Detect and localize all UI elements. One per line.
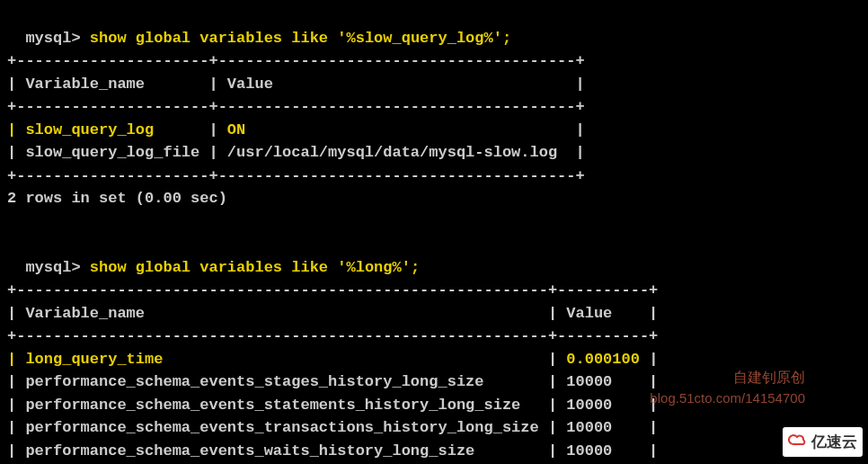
brand-name: 亿速云 bbox=[811, 431, 857, 454]
sql-command: show global variables like '%slow_query_… bbox=[90, 30, 511, 47]
mysql-prompt: mysql> bbox=[25, 259, 89, 276]
table-border: +---------------------+-----------------… bbox=[7, 95, 861, 119]
watermark-text: 自建钊原创 bbox=[733, 367, 805, 388]
command-line-2[interactable]: mysql> show global variables like '%long… bbox=[7, 233, 861, 279]
result-status: 2 rows in set (0.00 sec) bbox=[7, 187, 861, 210]
sql-command: show global variables like '%long%'; bbox=[90, 259, 420, 276]
table-row: | slow_query_log | ON | bbox=[7, 119, 861, 142]
table-header: | Variable_name | Value | bbox=[7, 302, 861, 326]
table-row: | performance_schema_events_waits_histor… bbox=[7, 440, 861, 463]
blank-line bbox=[7, 210, 861, 234]
command-line-1[interactable]: mysql> show global variables like '%slow… bbox=[7, 4, 861, 49]
table-border: +---------------------+-----------------… bbox=[7, 165, 861, 188]
table-row: | slow_query_log_file | /usr/local/mysql… bbox=[7, 141, 861, 165]
table-border: +---------------------------------------… bbox=[7, 279, 861, 302]
table-border: +---------------------+-----------------… bbox=[7, 49, 861, 73]
table-header: | Variable_name | Value | bbox=[7, 73, 861, 96]
variable-value: ON bbox=[227, 121, 576, 138]
table-border: +---------------------------------------… bbox=[7, 325, 861, 348]
variable-name: | slow_query_log bbox=[7, 121, 208, 138]
mysql-prompt: mysql> bbox=[25, 30, 89, 47]
brand-logo: 亿速云 bbox=[783, 427, 863, 457]
cloud-icon bbox=[788, 430, 808, 454]
variable-value: 0.000100 bbox=[566, 351, 649, 368]
table-row: | performance_schema_events_transactions… bbox=[7, 416, 861, 440]
watermark-url: blog.51cto.com/14154700 bbox=[650, 388, 805, 409]
variable-name: | long_query_time bbox=[7, 351, 548, 368]
